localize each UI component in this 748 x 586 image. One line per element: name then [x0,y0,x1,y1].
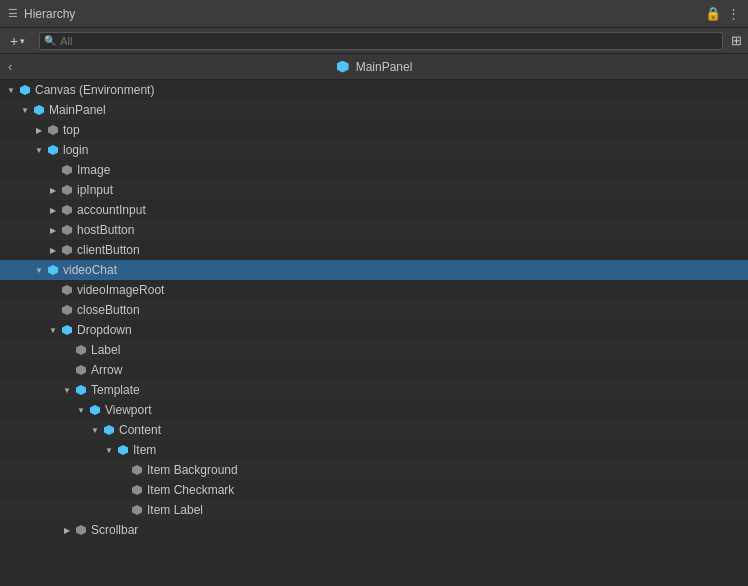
tree-row[interactable]: Item [0,440,748,460]
node-label: Arrow [91,363,122,377]
tree-row[interactable]: videoImageRoot [0,280,748,300]
node-icon [60,323,74,337]
tree-row[interactable]: closeButton [0,300,748,320]
node-icon [74,363,88,377]
tree-row[interactable]: Item Background [0,460,748,480]
tree-arrow[interactable] [32,143,46,157]
node-label: hostButton [77,223,134,237]
node-icon [46,143,60,157]
tree-arrow[interactable] [32,123,46,137]
tree-arrow[interactable] [18,103,32,117]
tree-row[interactable]: top [0,120,748,140]
node-icon [32,103,46,117]
node-icon [60,303,74,317]
node-label: Item Background [147,463,238,477]
search-icon: 🔍 [44,35,56,46]
search-input[interactable] [60,35,718,47]
node-icon [74,383,88,397]
node-label: Content [119,423,161,437]
node-label: Canvas (Environment) [35,83,154,97]
node-label: ipInput [77,183,113,197]
search-box: 🔍 [39,32,723,50]
scene-view-icon[interactable]: ⊞ [731,33,742,48]
node-label: login [63,143,88,157]
tree-content[interactable]: Canvas (Environment)MainPaneltoploginIma… [0,80,748,586]
node-label: top [63,123,80,137]
node-label: videoChat [63,263,117,277]
node-icon [60,283,74,297]
tree-arrow[interactable] [46,183,60,197]
node-label: Label [91,343,120,357]
tree-arrow[interactable] [60,523,74,537]
node-icon [60,163,74,177]
tree-arrow[interactable] [102,443,116,457]
breadcrumb-bar: ‹ MainPanel [0,54,748,80]
title-bar-title: Hierarchy [24,7,75,21]
node-icon [102,423,116,437]
tree-row[interactable]: videoChat [0,260,748,280]
menu-icon[interactable]: ⋮ [727,6,740,21]
node-label: Scrollbar [91,523,138,537]
node-icon [74,523,88,537]
tree-row[interactable]: Content [0,420,748,440]
node-label: accountInput [77,203,146,217]
tree-arrow[interactable] [88,423,102,437]
tree-arrow[interactable] [46,243,60,257]
node-label: Item Checkmark [147,483,234,497]
node-label: clientButton [77,243,140,257]
node-icon [60,203,74,217]
node-icon [60,243,74,257]
node-icon [74,343,88,357]
node-label: Viewport [105,403,151,417]
tree-row[interactable]: Viewport [0,400,748,420]
tree-row[interactable]: Item Checkmark [0,480,748,500]
tree-arrow[interactable] [4,83,18,97]
tree-row[interactable]: Label [0,340,748,360]
tree-row[interactable]: hostButton [0,220,748,240]
lock-icon[interactable]: 🔒 [705,6,721,21]
add-dropdown-icon: ▾ [20,36,25,46]
tree-row[interactable]: login [0,140,748,160]
tree-arrow[interactable] [60,383,74,397]
tree-arrow[interactable] [46,203,60,217]
add-button[interactable]: + ▾ [6,31,29,51]
mainpanel-icon [336,60,350,74]
node-icon [88,403,102,417]
node-icon [60,183,74,197]
tree-row[interactable]: Template [0,380,748,400]
tree-row[interactable]: accountInput [0,200,748,220]
node-label: closeButton [77,303,140,317]
tree-row[interactable]: clientButton [0,240,748,260]
tree-row[interactable]: MainPanel [0,100,748,120]
tree-row[interactable]: ipInput [0,180,748,200]
tree-row[interactable]: Scrollbar [0,520,748,540]
breadcrumb-center: MainPanel [336,60,413,74]
node-label: Template [91,383,140,397]
breadcrumb-title: MainPanel [356,60,413,74]
node-label: videoImageRoot [77,283,164,297]
tree-arrow[interactable] [46,223,60,237]
node-icon [18,83,32,97]
node-label: Dropdown [77,323,132,337]
tree-row[interactable]: Image [0,160,748,180]
node-icon [130,463,144,477]
back-button[interactable]: ‹ [8,59,12,74]
toolbar: + ▾ 🔍 ⊞ [0,28,748,54]
node-icon [46,263,60,277]
node-icon [46,123,60,137]
add-icon: + [10,33,18,49]
title-bar: ☰ Hierarchy 🔒 ⋮ [0,0,748,28]
tree-row[interactable]: Canvas (Environment) [0,80,748,100]
node-icon [116,443,130,457]
node-icon [130,483,144,497]
tree-row[interactable]: Arrow [0,360,748,380]
node-label: Item [133,443,156,457]
hierarchy-icon: ☰ [8,7,18,20]
tree-row[interactable]: Dropdown [0,320,748,340]
tree-arrow[interactable] [74,403,88,417]
tree-row[interactable]: Item Label [0,500,748,520]
tree-arrow[interactable] [46,323,60,337]
tree-arrow[interactable] [32,263,46,277]
node-label: MainPanel [49,103,106,117]
title-bar-icons: 🔒 ⋮ [705,6,740,21]
